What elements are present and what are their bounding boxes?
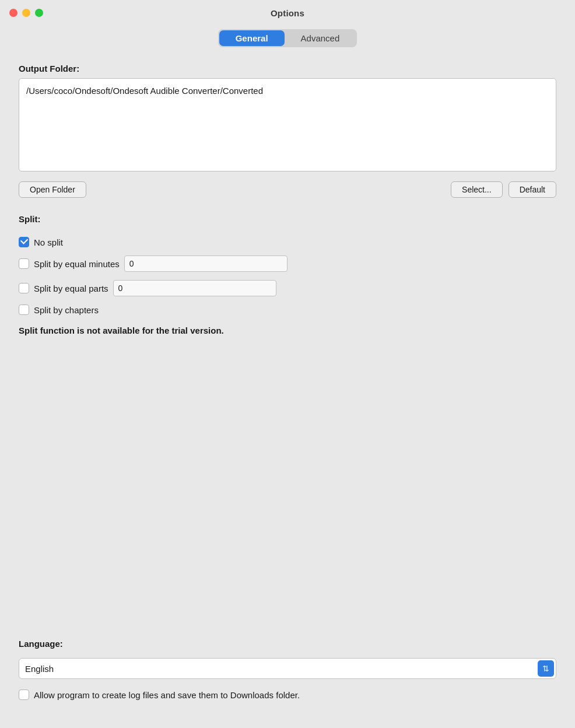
no-split-checkbox[interactable] [19, 237, 29, 247]
language-label: Language: [19, 639, 556, 649]
tab-general[interactable]: General [219, 30, 285, 46]
window-title: Options [271, 8, 304, 18]
language-select[interactable]: English Chinese French German Spanish Ja… [19, 658, 556, 679]
maximize-button[interactable] [35, 9, 43, 17]
log-files-row: Allow program to create log files and sa… [19, 690, 556, 700]
split-by-minutes-label: Split by equal minutes [34, 259, 120, 269]
language-select-wrapper: English Chinese French German Spanish Ja… [19, 658, 556, 679]
split-by-chapters-checkbox[interactable] [19, 304, 29, 315]
split-no-split-row: No split [19, 237, 556, 247]
folder-buttons: Open Folder Select... Default [19, 181, 556, 198]
tab-bar: General Advanced [0, 26, 575, 55]
output-folder-section: Output Folder: Open Folder Select... Def… [19, 61, 556, 212]
folder-buttons-right: Select... Default [451, 181, 556, 198]
split-by-parts-row: Split by equal parts [19, 280, 556, 296]
split-by-minutes-row: Split by equal minutes [19, 256, 556, 272]
title-bar: Options [0, 0, 575, 26]
split-by-parts-label: Split by equal parts [34, 284, 108, 293]
output-folder-input[interactable] [19, 78, 556, 172]
split-label: Split: [19, 214, 556, 224]
trial-notice: Split function is not available for the … [19, 326, 556, 335]
select-button[interactable]: Select... [451, 181, 503, 198]
tab-container: General Advanced [218, 29, 357, 47]
output-folder-label: Output Folder: [19, 64, 556, 74]
tab-advanced[interactable]: Advanced [285, 30, 356, 46]
minimize-button[interactable] [22, 9, 30, 17]
open-folder-button[interactable]: Open Folder [19, 181, 86, 198]
split-by-parts-input[interactable] [113, 280, 276, 296]
split-section: Split: No split Split by equal minutes S… [19, 212, 556, 335]
no-split-label: No split [34, 237, 63, 247]
split-by-minutes-input[interactable] [124, 256, 288, 272]
split-by-chapters-row: Split by chapters [19, 304, 556, 315]
close-button[interactable] [9, 9, 17, 17]
default-button[interactable]: Default [509, 181, 556, 198]
split-by-minutes-checkbox[interactable] [19, 258, 29, 269]
log-files-label: Allow program to create log files and sa… [34, 690, 300, 700]
split-by-chapters-label: Split by chapters [34, 305, 99, 315]
split-by-parts-checkbox[interactable] [19, 283, 29, 293]
window-controls [9, 9, 43, 17]
language-section: Language: English Chinese French German … [19, 636, 556, 679]
log-files-checkbox[interactable] [19, 690, 29, 700]
spacer [19, 335, 556, 625]
main-content: Output Folder: Open Folder Select... Def… [0, 55, 575, 728]
